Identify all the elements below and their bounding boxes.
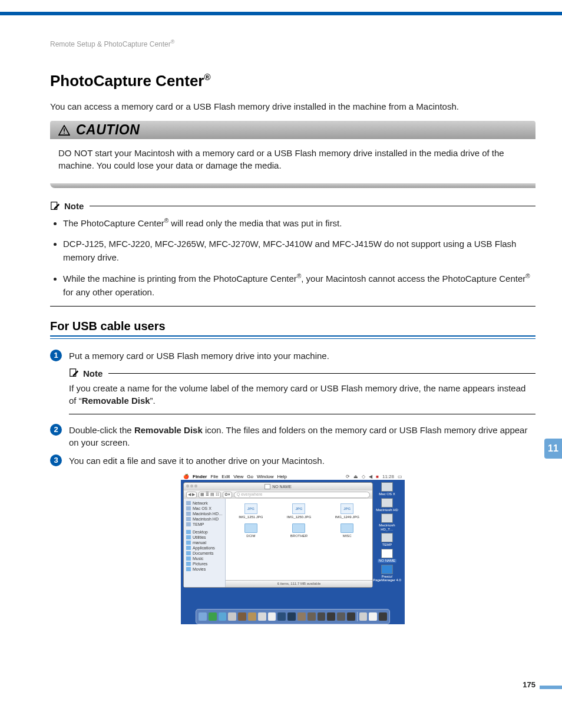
inner-note-body: If you create a name for the volume labe… xyxy=(69,382,535,407)
step2-bold: Removable Disk xyxy=(134,425,203,435)
folder-item: MISC xyxy=(324,523,370,538)
desktop-drive-icon: Macintosh HD_T… xyxy=(373,513,401,531)
finder-titlebar: NO NAME xyxy=(184,483,372,490)
finder-title: NO NAME xyxy=(265,484,292,489)
sidebar-item: Network xyxy=(184,500,225,506)
step-number-badge: 2 xyxy=(50,424,62,436)
running-head: Remote Setup & PhotoCapture Center® xyxy=(50,39,535,48)
jpg-thumb-icon: JPG xyxy=(292,503,305,514)
warning-triangle-icon xyxy=(58,125,70,136)
mac-menu-item: Edit xyxy=(222,474,230,479)
page: Remote Setup & PhotoCapture Center® Phot… xyxy=(0,39,562,703)
dock-app-icon xyxy=(238,612,246,621)
note-rule xyxy=(90,206,535,206)
window-traffic-lights xyxy=(186,485,197,487)
dock-app-icon xyxy=(258,612,266,621)
dock-trash-icon xyxy=(379,612,387,621)
subheading-rule xyxy=(50,335,535,339)
sidebar-item: TEMP xyxy=(184,522,225,527)
sync-icon: ⟳ xyxy=(346,474,350,479)
note-list: The PhotoCapture Center® will read only … xyxy=(50,216,535,299)
desktop-app-icon: Presto! PageManager 4.0 xyxy=(373,565,401,582)
step-body: You can edit a file and save it to anoth… xyxy=(69,454,535,467)
intro-paragraph: You can access a memory card or a USB Fl… xyxy=(50,101,535,113)
dock-app-icon xyxy=(268,612,276,621)
sidebar-item: Documents xyxy=(184,551,225,556)
file-item: JPGIMG_1250.JPG xyxy=(276,503,322,519)
dock-app-icon xyxy=(327,612,335,621)
sidebar-item: Macintosh HD… xyxy=(184,511,225,516)
folder-icon xyxy=(244,523,257,533)
page-title-text: PhotoCapture Center xyxy=(50,72,204,90)
sidebar-label: Macintosh HD… xyxy=(193,512,223,516)
dock-app-icon xyxy=(248,612,256,621)
volume-icon xyxy=(265,484,270,489)
finder-title-text: NO NAME xyxy=(272,485,292,489)
desktop-icon-label: Mac OS X xyxy=(379,492,395,496)
mac-dock xyxy=(196,609,390,624)
step-body: Double-click the Removable Disk icon. Th… xyxy=(69,424,535,449)
mac-menubar-left: 🍎 Finder File Edit View Go Window Help xyxy=(183,474,287,479)
dock-app-icon xyxy=(369,612,377,621)
dock-app-icon xyxy=(228,612,236,621)
volume-icon: ◀ xyxy=(369,474,372,479)
sidebar-label: Macintosh HD xyxy=(193,517,219,521)
chapter-tab: 11 xyxy=(544,439,562,459)
file-label: BROTHER xyxy=(290,534,308,538)
registered-mark: ® xyxy=(204,72,210,82)
mac-screenshot: 🍎 Finder File Edit View Go Window Help ⟳… xyxy=(181,473,405,624)
finder-status-bar: 6 items, 111.7 MB available xyxy=(226,580,372,587)
dock-app-icon xyxy=(297,612,306,621)
dock-separator xyxy=(357,612,358,621)
dock-app-icon xyxy=(347,612,355,621)
page-number-accent xyxy=(540,686,562,689)
desktop-removable-disk-icon: NO NAME xyxy=(378,549,396,563)
dock-app-icon xyxy=(308,612,316,621)
top-accent-bar xyxy=(0,12,562,15)
finder-icon-grid: JPGIMG_1251.JPG JPGIMG_1250.JPG JPGIMG_1… xyxy=(226,499,372,542)
desktop-icon-label: Presto! PageManager 4.0 xyxy=(373,575,401,582)
note-heading: Note xyxy=(69,368,535,378)
desktop-icon-label: NO NAME xyxy=(378,559,396,563)
file-label: IMG_1249.JPG xyxy=(335,515,359,519)
dock-app-icon xyxy=(359,612,368,621)
dock-app-icon xyxy=(287,612,296,621)
view-mode-buttons: ▦ ≣ ▤ ☷ xyxy=(199,492,221,498)
mac-menu-item: View xyxy=(233,474,243,479)
dock-app-icon xyxy=(277,612,286,621)
finder-sidebar: Network Mac OS X Macintosh HD… Macintosh… xyxy=(184,499,226,587)
jpg-thumb-icon: JPG xyxy=(244,503,257,514)
sidebar-item: Pictures xyxy=(184,561,225,566)
desktop-icon-label: Macintosh HD_T… xyxy=(373,523,401,531)
page-number: 175 xyxy=(523,680,535,689)
sidebar-label: Movies xyxy=(193,567,206,571)
mac-menubar: 🍎 Finder File Edit View Go Window Help ⟳… xyxy=(181,473,405,480)
finder-toolbar: ◀ ▶ ▦ ≣ ▤ ☷ ✿▾ Q everywhere xyxy=(184,490,372,499)
action-button: ✿▾ xyxy=(223,492,232,498)
sidebar-label: manual xyxy=(193,541,206,545)
step-number-badge: 1 xyxy=(50,350,62,361)
note-rule xyxy=(108,373,535,374)
note-item: The PhotoCapture Center® will read only … xyxy=(63,216,535,230)
dock-app-icon xyxy=(337,612,345,621)
sidebar-item: Movies xyxy=(184,566,225,572)
sidebar-label: Music xyxy=(193,556,203,561)
note-heading: Note xyxy=(50,201,535,212)
note-pencil-icon xyxy=(50,201,61,212)
note-pencil-icon xyxy=(69,368,80,378)
step-number-badge: 3 xyxy=(50,454,62,466)
file-label: MISC xyxy=(343,534,352,538)
step-1: 1 Put a memory card or USB Flash memory … xyxy=(50,350,535,362)
dock-app-icon xyxy=(318,612,326,621)
sidebar-label: Documents xyxy=(193,551,213,555)
apple-menu-icon: 🍎 xyxy=(183,474,189,479)
finder-window: NO NAME ◀ ▶ ▦ ≣ ▤ ☷ ✿▾ Q everywhere Netw… xyxy=(183,482,373,588)
step-body: Put a memory card or USB Flash memory dr… xyxy=(69,350,535,362)
folder-item: DCIM xyxy=(228,523,274,538)
mac-desktop-icons: Mac OS X Macintosh HD Macintosh HD_T… TE… xyxy=(373,482,401,582)
flag-icon: ■ xyxy=(376,474,379,479)
finder-search: Q everywhere xyxy=(234,492,370,498)
desktop-drive-icon: Mac OS X xyxy=(379,482,395,496)
inner-note-post: ”. xyxy=(150,396,156,406)
dock-app-icon xyxy=(219,612,227,621)
